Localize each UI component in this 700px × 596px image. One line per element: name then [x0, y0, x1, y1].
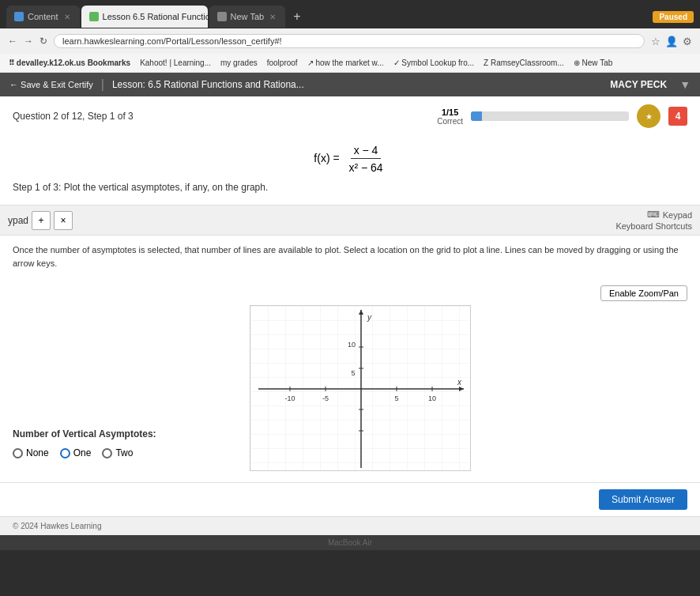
svg-text:y: y — [367, 313, 372, 322]
shortcuts-label: Keyboard Shortcuts — [615, 221, 692, 231]
taskbar-label: MacBook Air — [328, 538, 372, 547]
bookmark-newtab[interactable]: ⊕ New Tab — [571, 58, 615, 67]
bookmark-mygrades[interactable]: my grades — [218, 58, 260, 67]
asymptote-label: Number of Vertical Asymptotes: — [13, 428, 234, 439]
copyright: © 2024 Hawkes Learning — [13, 522, 101, 530]
progress-section: 1/15 Correct ★ 4 — [437, 104, 687, 128]
forward-button[interactable]: → — [24, 36, 33, 47]
step-instruction: Step 1 of 3: Plot the vertical asymptote… — [13, 178, 687, 197]
svg-text:-10: -10 — [284, 394, 295, 402]
bookmark-ramsey[interactable]: Z RamseyClassroom... — [481, 58, 566, 67]
denominator: x² − 64 — [345, 160, 386, 174]
paused-badge: Paused — [653, 11, 694, 23]
refresh-button[interactable]: ↻ — [40, 36, 47, 47]
back-button[interactable]: ← — [8, 36, 17, 47]
radio-two[interactable]: Two — [102, 447, 133, 458]
new-tab-button[interactable]: + — [287, 6, 307, 27]
svg-text:5: 5 — [394, 394, 398, 402]
keypad-times-button[interactable]: × — [54, 211, 73, 230]
fraction: x − 4 x² − 64 — [345, 144, 386, 174]
keypad-right: ⌨ Keypad Keyboard Shortcuts — [615, 209, 692, 231]
radio-group: None One Two — [13, 447, 234, 458]
numerator: x − 4 — [351, 144, 382, 159]
radio-one[interactable]: One — [60, 447, 92, 458]
user-name: MACY PECK — [610, 79, 667, 90]
keypad-link-label: Keypad — [663, 210, 692, 220]
instructions-text: Once the number of asymptotes is selecte… — [13, 243, 687, 270]
profile-icon[interactable]: 👤 — [665, 36, 678, 47]
tab-newtab[interactable]: New Tab ✕ — [209, 6, 286, 28]
radio-two-label: Two — [115, 447, 133, 458]
bookmarks-bar: ⠿ devalley.k12.ok.us Bookmarks Kahoot! |… — [0, 54, 700, 73]
tab-lesson[interactable]: Lesson 6.5 Rational Function ✕ — [81, 6, 208, 28]
newtab-tab-icon — [217, 12, 227, 21]
graph-section: Number of Vertical Asymptotes: None One … — [0, 277, 700, 482]
svg-text:10: 10 — [348, 341, 356, 349]
shortcuts-link[interactable]: Keyboard Shortcuts — [615, 221, 692, 231]
right-panel: Enable Zoom/Pan -10 -5 5 10 — [250, 285, 687, 474]
tab-content[interactable]: Content ✕ — [6, 6, 80, 28]
badge-count: 4 — [668, 107, 687, 126]
app-header: ← Save & Exit Certify | Lesson: 6.5 Rati… — [0, 73, 700, 96]
svg-text:5: 5 — [351, 369, 355, 377]
radio-none-label: None — [26, 447, 49, 458]
bookmark-symbol[interactable]: ✓ Symbol Lookup fro... — [391, 58, 477, 67]
bookmark-kahoot[interactable]: Kahoot! | Learning... — [137, 58, 213, 67]
svg-text:x: x — [457, 378, 462, 387]
question-info: Question 2 of 12, Step 1 of 3 — [13, 111, 134, 122]
address-icons: ☆ 👤 ⚙ — [651, 36, 692, 47]
instructions-panel: Once the number of asymptotes is selecte… — [0, 236, 700, 277]
tab-content-label: Content — [28, 12, 58, 21]
header-separator: | — [101, 77, 104, 92]
score-icon: ★ — [645, 112, 653, 121]
bookmark-market[interactable]: ↗ how the market w... — [305, 58, 386, 67]
lesson-tab-icon — [89, 12, 99, 21]
keypad-row: ypad + × ⌨ Keypad Keyboard Shortcuts — [0, 206, 700, 236]
enable-zoom-button[interactable]: Enable Zoom/Pan — [600, 285, 687, 301]
save-exit-button[interactable]: ← Save & Exit Certify — [9, 80, 93, 89]
svg-text:10: 10 — [428, 394, 436, 402]
score-circle: ★ — [637, 104, 660, 128]
radio-one-circle — [60, 448, 70, 458]
lesson-title: Lesson: 6.5 Rational Functions and Ratio… — [112, 79, 304, 90]
address-bar: ← → ↻ learn.hawkeslearning.com/Portal/Le… — [0, 28, 700, 54]
bookmark-foolproof[interactable]: foolproof — [265, 58, 300, 67]
bookmark-devalley[interactable]: ⠿ devalley.k12.ok.us Bookmarks — [6, 58, 133, 67]
bookmark-icon[interactable]: ☆ — [651, 36, 660, 47]
progress-fraction: 1/15 — [437, 108, 463, 117]
function-display: f(x) = x − 4 x² − 64 — [13, 136, 687, 178]
taskbar: MacBook Air — [0, 535, 700, 550]
question-header: Question 2 of 12, Step 1 of 3 1/15 Corre… — [13, 104, 687, 128]
question-area: Question 2 of 12, Step 1 of 3 1/15 Corre… — [0, 96, 700, 206]
radio-one-label: One — [73, 447, 92, 458]
keypad-link[interactable]: ⌨ Keypad — [647, 209, 692, 220]
address-input[interactable]: learn.hawkeslearning.com/Portal/Lesson/l… — [54, 34, 645, 48]
progress-correct: Correct — [437, 117, 463, 126]
tab-newtab-label: New Tab — [231, 12, 265, 21]
submit-area: Submit Answer — [0, 482, 700, 516]
left-panel: Number of Vertical Asymptotes: None One … — [13, 285, 234, 474]
keyboard-icon: ⌨ — [647, 209, 660, 220]
tab-lesson-label: Lesson 6.5 Rational Function — [103, 12, 208, 21]
tab-content-close[interactable]: ✕ — [62, 13, 72, 21]
settings-icon[interactable]: ⚙ — [683, 36, 692, 47]
footer: © 2024 Hawkes Learning — [0, 516, 700, 535]
content-tab-icon — [14, 12, 24, 21]
tab-newtab-close[interactable]: ✕ — [268, 13, 277, 21]
function-label: f(x) = — [314, 152, 339, 164]
browser-chrome: Content ✕ Lesson 6.5 Rational Function ✕… — [0, 0, 700, 73]
user-menu-chevron[interactable]: ▼ — [679, 78, 691, 91]
radio-none-circle — [13, 448, 23, 458]
radio-two-circle — [102, 448, 112, 458]
zoom-btn-area: Enable Zoom/Pan — [250, 285, 687, 301]
submit-button[interactable]: Submit Answer — [599, 489, 687, 510]
tab-bar: Content ✕ Lesson 6.5 Rational Function ✕… — [0, 0, 700, 28]
graph-canvas[interactable]: -10 -5 5 10 10 5 y x — [250, 305, 471, 471]
progress-bar-fill — [471, 111, 482, 121]
svg-text:-5: -5 — [322, 394, 329, 402]
keypad-plus-button[interactable]: + — [32, 211, 51, 230]
radio-none[interactable]: None — [13, 447, 49, 458]
progress-bar-container — [471, 111, 629, 121]
keypad-label: ypad — [8, 215, 28, 226]
